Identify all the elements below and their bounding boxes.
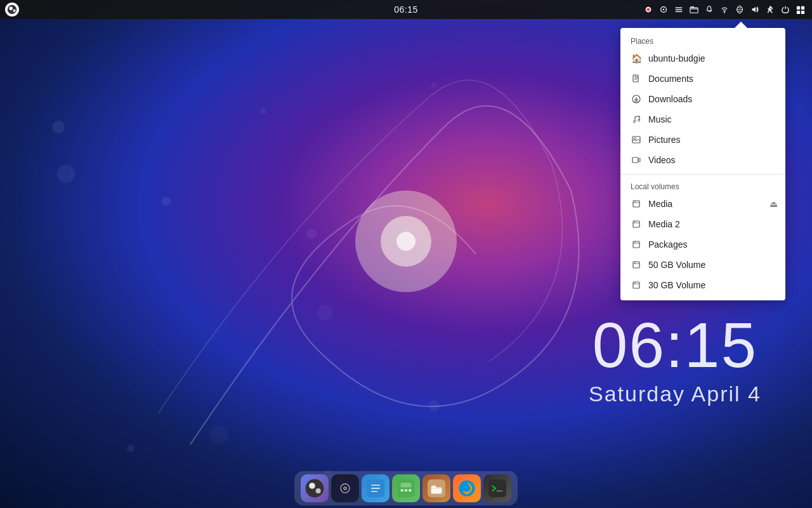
svg-rect-30 [633, 282, 639, 288]
places-menu: Places 🏠 ubuntu-budgie Documents Downloa… [620, 28, 785, 300]
panel-clock[interactable]: 06:15 [394, 4, 418, 15]
menu-item-music-label: Music [648, 114, 672, 124]
dock-item-terminal[interactable] [483, 474, 511, 502]
top-panel: 06:15 [0, 0, 812, 19]
svg-rect-16 [801, 6, 804, 10]
svg-rect-15 [797, 6, 800, 10]
svg-point-33 [316, 488, 321, 493]
menu-item-media2[interactable]: Media 2 [620, 214, 785, 234]
svg-rect-41 [371, 491, 377, 491]
svg-point-4 [10, 7, 13, 10]
menu-item-media2-label: Media 2 [648, 219, 680, 229]
menu-item-home[interactable]: 🏠 ubuntu-budgie [620, 48, 785, 69]
dock [294, 471, 518, 505]
menu-item-music[interactable]: Music [620, 109, 785, 130]
svg-rect-25 [632, 157, 638, 163]
desktop: 06:15 [0, 0, 812, 508]
svg-point-37 [344, 488, 346, 490]
menu-item-downloads-label: Downloads [648, 94, 692, 104]
menu-item-30gb[interactable]: 30 GB Volume [620, 275, 785, 295]
menu-item-pictures-label: Pictures [648, 135, 681, 145]
local-volumes-label: Local volumes [620, 178, 785, 194]
menu-item-packages[interactable]: Packages [620, 234, 785, 255]
budgie-logo[interactable] [5, 3, 19, 17]
svg-rect-18 [801, 11, 804, 14]
menu-item-videos-label: Videos [648, 155, 676, 165]
svg-rect-43 [401, 483, 412, 488]
menu-item-home-label: ubuntu-budgie [648, 53, 705, 64]
svg-point-32 [309, 483, 315, 489]
dock-item-calculator[interactable] [392, 474, 420, 502]
svg-rect-46 [409, 489, 411, 491]
home-icon: 🏠 [631, 53, 642, 64]
svg-point-21 [634, 121, 636, 123]
menu-item-50gb-label: 50 GB Volume [648, 260, 705, 270]
desktop-clock: 06:15 Saturday April 4 [589, 313, 761, 406]
svg-rect-42 [397, 479, 415, 497]
svg-rect-12 [676, 11, 683, 12]
svg-rect-19 [633, 75, 638, 82]
media-icon [631, 198, 642, 210]
svg-rect-50 [488, 479, 506, 497]
volume30-icon [631, 279, 642, 291]
svg-rect-26 [633, 201, 639, 207]
panel-right [642, 3, 807, 16]
svg-point-9 [663, 9, 665, 11]
svg-rect-44 [401, 489, 403, 491]
filemanager-icon[interactable] [688, 3, 700, 16]
dock-item-budgie[interactable] [301, 474, 329, 502]
svg-rect-27 [633, 221, 639, 227]
panel-left [5, 3, 19, 17]
svg-rect-13 [690, 8, 698, 13]
svg-rect-10 [676, 8, 683, 8]
dock-item-firefox[interactable] [453, 474, 481, 502]
svg-rect-17 [797, 11, 800, 14]
svg-point-49 [463, 485, 470, 491]
menu-item-downloads[interactable]: Downloads [620, 89, 785, 109]
menu-item-documents-label: Documents [648, 74, 693, 84]
menu-item-pictures[interactable]: Pictures [620, 130, 785, 150]
menu-icon[interactable] [672, 3, 685, 16]
places-section-label: Places [620, 33, 785, 48]
dock-item-music[interactable] [331, 474, 359, 502]
menu-item-30gb-label: 30 GB Volume [648, 280, 705, 290]
menu-item-documents[interactable]: Documents [620, 69, 785, 89]
svg-point-31 [306, 479, 324, 498]
notification-bell-icon[interactable] [703, 3, 716, 16]
menu-item-50gb[interactable]: 50 GB Volume [620, 255, 785, 275]
power-icon[interactable] [779, 3, 792, 16]
timer-icon[interactable] [657, 3, 670, 16]
dock-item-todolist[interactable] [362, 474, 390, 502]
desktop-clock-time: 06:15 [589, 313, 761, 377]
panel-time-label: 06:15 [394, 4, 418, 15]
documents-icon [631, 73, 642, 84]
svg-point-22 [638, 119, 640, 121]
menu-item-packages-label: Packages [648, 239, 687, 250]
packages-icon [631, 239, 642, 250]
music-icon [631, 114, 642, 125]
notification-icon[interactable] [642, 3, 655, 16]
wifi-icon[interactable] [718, 3, 731, 16]
menu-separator [620, 174, 785, 175]
dock-item-files[interactable] [422, 474, 450, 502]
svg-rect-39 [371, 485, 380, 485]
svg-point-0 [355, 190, 457, 292]
svg-rect-45 [405, 489, 407, 491]
svg-rect-11 [676, 10, 683, 10]
svg-point-1 [381, 216, 431, 267]
network-icon[interactable] [733, 3, 746, 16]
bluetooth-icon[interactable] [764, 3, 776, 16]
menu-item-media[interactable]: Media ⏏ [620, 194, 785, 214]
svg-rect-29 [633, 262, 639, 268]
svg-point-5 [13, 10, 16, 12]
eject-media-icon[interactable]: ⏏ [769, 199, 778, 209]
volume-icon[interactable] [749, 3, 761, 16]
svg-rect-28 [633, 241, 639, 248]
media2-icon [631, 218, 642, 230]
downloads-icon [631, 93, 642, 105]
menu-item-videos[interactable]: Videos [620, 150, 785, 170]
svg-point-7 [646, 8, 650, 11]
pictures-icon [631, 134, 642, 145]
places-tray-icon[interactable] [794, 3, 807, 16]
videos-icon [631, 154, 642, 166]
